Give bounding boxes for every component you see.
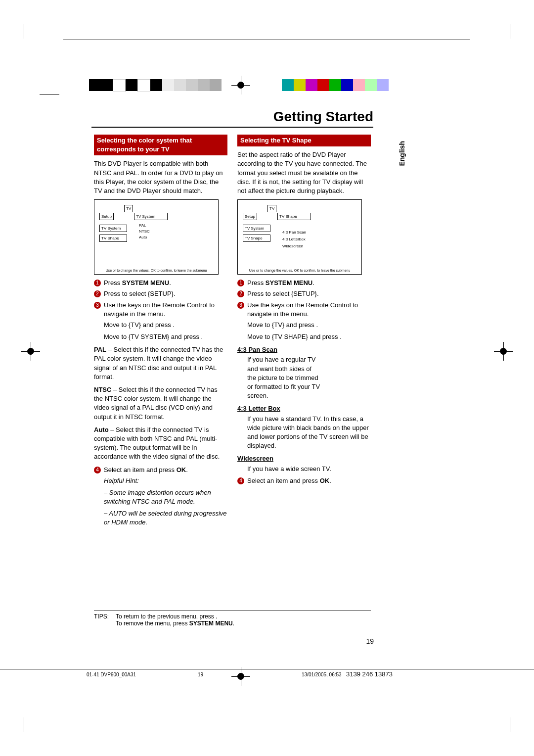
helpful-hint-title: Helpful Hint: <box>104 476 227 485</box>
panscan-text: If you have a regular TV and want both s… <box>247 355 321 400</box>
language-tab: English <box>398 141 406 166</box>
widescreen-text: If you have a wide screen TV. <box>247 465 371 473</box>
step-2: 2 Press to select {SETUP}. <box>94 289 227 298</box>
step-number-icon: 1 <box>237 280 244 286</box>
step-4: 4 Select an item and press OK. <box>94 466 227 474</box>
step-number-icon: 2 <box>94 290 101 297</box>
letterbox-title: 4:3 Letter Box <box>237 404 371 413</box>
intro-text: Set the aspect ratio of the DVD Player a… <box>237 150 371 195</box>
step-number-icon: 1 <box>94 280 101 286</box>
registration-mark <box>27 348 34 355</box>
registration-mark <box>500 348 507 355</box>
step-2: 2 Press to select {SETUP}. <box>237 289 371 298</box>
step-number-icon: 3 <box>94 302 101 309</box>
tips-footer: TIPS: To return to the previous menu, pr… <box>94 611 371 627</box>
menu-screenshot-tv-shape: TV Setup TV System TV Shape TV Shape 4:3… <box>237 199 362 275</box>
intro-text: This DVD Player is compatible with both … <box>94 159 227 195</box>
calibration-colorbar-left <box>89 79 222 91</box>
step-number-icon: 3 <box>237 302 244 309</box>
footer-divider <box>0 669 534 669</box>
step-3: 3 Use the keys on the Remote Control to … <box>94 301 227 319</box>
ntsc-option: NTSC – Select this if the connected TV h… <box>94 385 227 422</box>
section-header-color-system: Selecting the color system that correspo… <box>94 135 227 155</box>
step-3: 3 Use the keys on the Remote Control to … <box>237 301 371 319</box>
footer-partnumber: 3139 246 13873 <box>346 670 393 678</box>
menu-screenshot-tv-system: TV Setup TV System TV Shape TV System PA… <box>94 199 219 275</box>
letterbox-text: If you have a standard TV. In this case,… <box>247 415 371 451</box>
right-column: Selecting the TV Shape Set the aspect ra… <box>237 135 371 530</box>
section-header-tv-shape: Selecting the TV Shape <box>237 135 371 146</box>
tips-label: TIPS: <box>94 613 109 627</box>
crop-line <box>63 40 470 40</box>
step-number-icon: 4 <box>94 467 101 473</box>
crop-corner <box>24 717 39 732</box>
footer-page: 19 <box>198 672 203 677</box>
footer-filename: 01-41 DVP900_00A31 <box>87 672 136 677</box>
page-number: 19 <box>366 637 374 645</box>
widescreen-title: Widescreen <box>237 454 371 463</box>
step-1: 1 Press SYSTEM MENU. <box>94 279 227 287</box>
content-area: Selecting the color system that correspo… <box>94 135 371 530</box>
crop-corner <box>495 717 510 732</box>
step-4: 4 Select an item and press OK. <box>237 476 371 485</box>
helpful-hint-1: – Some image distortion occurs when swit… <box>104 488 227 506</box>
left-column: Selecting the color system that correspo… <box>94 135 227 530</box>
pal-option: PAL – Select this if the connected TV ha… <box>94 345 227 381</box>
step-number-icon: 2 <box>237 290 244 297</box>
auto-option: Auto – Select this if the connected TV i… <box>94 425 227 462</box>
panscan-title: 4:3 Pan Scan <box>237 345 371 354</box>
footer-timestamp: 13/01/2005, 06:53 <box>302 672 342 677</box>
registration-mark <box>237 673 244 680</box>
crop-line <box>40 94 59 94</box>
registration-mark <box>237 82 244 89</box>
crop-corner <box>24 24 39 39</box>
calibration-colorbar-right <box>282 79 389 91</box>
step-number-icon: 4 <box>237 477 244 484</box>
page-title: Getting Started <box>91 109 373 128</box>
step-1: 1 Press SYSTEM MENU. <box>237 279 371 287</box>
helpful-hint-2: – AUTO will be selected during progressi… <box>104 509 227 527</box>
crop-corner <box>495 24 510 39</box>
